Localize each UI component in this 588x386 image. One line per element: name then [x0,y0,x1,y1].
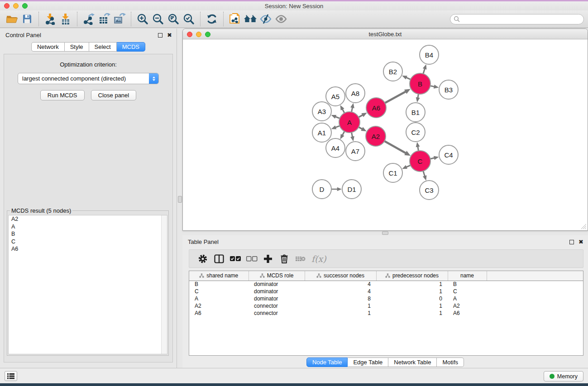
table-cell[interactable]: A2 [189,302,249,310]
graph-node-B1[interactable]: B1 [406,103,425,122]
graph-node-A7[interactable]: A7 [346,142,365,161]
column-header-successor-nodes[interactable]: successor nodes [305,271,376,281]
new-network-from-file-button[interactable] [227,12,243,26]
graph-node-A8[interactable]: A8 [346,84,365,103]
float-panel-icon[interactable] [158,33,163,38]
graph-node-B[interactable]: B [410,73,430,94]
table-cell[interactable]: dominator [249,281,305,288]
deselect-all-button[interactable] [244,251,260,267]
graph-node-A[interactable]: A [339,112,360,133]
show-graphics-details-button[interactable] [273,12,289,26]
network-close-button[interactable] [187,32,192,37]
table-cell[interactable]: 1 [305,310,376,317]
export-table-button[interactable] [96,12,112,26]
close-window-button[interactable] [4,3,10,9]
table-cell[interactable]: connector [249,310,305,317]
export-image-button[interactable] [112,12,127,26]
network-graph-canvas[interactable]: AA6A2BCA1A3A4A5A7A8B1B2B3B4C1C2C3C4DD1 [183,39,588,230]
column-manager-button[interactable] [211,251,227,267]
search-input[interactable] [450,14,584,24]
table-cell[interactable]: 1 [376,288,448,295]
horizontal-splitter-handle[interactable] [382,231,388,235]
mcds-result-item[interactable]: B [9,230,167,238]
table-cell[interactable]: dominator [249,295,305,302]
table-cell[interactable]: 8 [305,295,376,302]
save-session-button[interactable] [19,12,35,26]
table-cell[interactable]: dominator [249,288,305,295]
run-mcds-button[interactable]: Run MCDS [40,90,85,100]
zoom-out-button[interactable] [150,12,166,26]
table-cell[interactable]: A2 [448,302,487,310]
open-session-button[interactable] [4,12,19,26]
graph-edge-A6-B[interactable] [384,91,406,103]
close-panel-icon[interactable]: ✖ [167,33,172,38]
graph-node-D1[interactable]: D1 [342,180,361,199]
graph-node-A2[interactable]: A2 [366,126,386,146]
graph-edge-A2-C[interactable] [383,141,406,153]
graph-node-C2[interactable]: C2 [406,123,425,142]
table-cell[interactable]: A6 [189,310,249,317]
graph-node-C1[interactable]: C1 [383,163,402,182]
table-cell[interactable]: A [448,295,487,302]
table-settings-button[interactable] [195,251,211,267]
close-panel-button[interactable]: Close panel [91,90,137,100]
function-builder-button[interactable]: f(x) [311,254,326,264]
delete-table-button[interactable] [292,251,309,267]
window-resize-grip[interactable] [581,224,587,229]
graph-node-C3[interactable]: C3 [420,181,439,200]
graph-node-A6[interactable]: A6 [366,98,386,118]
close-table-panel-icon[interactable]: ✖ [578,240,583,244]
mcds-result-item[interactable]: A6 [9,245,167,253]
tab-mcds[interactable]: MCDS [117,42,145,52]
column-header-shared-name[interactable]: shared name [189,271,249,281]
delete-column-button[interactable] [276,251,292,267]
tab-motifs[interactable]: Motifs [437,357,464,367]
tab-style[interactable]: Style [65,42,89,52]
column-header-mcds-role[interactable]: MCDS role [249,271,305,281]
mcds-result-item[interactable]: A [9,223,167,231]
table-cell[interactable]: 4 [305,288,376,295]
table-row[interactable]: A2connector11A2 [189,302,583,310]
table-row[interactable]: Cdominator41C [189,288,583,295]
result-list-scrollbar[interactable] [161,215,167,354]
zoom-fit-button[interactable] [166,12,181,26]
task-history-button[interactable] [5,371,17,381]
tab-select[interactable]: Select [89,42,117,52]
table-row[interactable]: Adominator80A [189,295,583,302]
table-cell[interactable]: B [189,281,249,288]
table-cell[interactable]: 1 [376,310,448,317]
add-column-button[interactable] [260,251,276,267]
mcds-result-item[interactable]: C [9,238,167,246]
table-row[interactable]: Bdominator41B [189,281,583,288]
tab-node-table[interactable]: Node Table [306,357,348,367]
tab-network-table[interactable]: Network Table [388,357,437,367]
column-header-predecessor-nodes[interactable]: predecessor nodes [376,271,448,281]
tab-network[interactable]: Network [31,42,65,52]
graph-node-B2[interactable]: B2 [383,62,402,81]
import-network-button[interactable] [43,12,58,26]
graph-node-A5[interactable]: A5 [326,87,345,106]
zoom-window-button[interactable] [22,3,28,9]
minimize-window-button[interactable] [13,3,19,9]
mcds-result-item[interactable]: A2 [9,215,167,223]
home-button[interactable] [243,12,258,26]
hide-graphics-details-button[interactable] [258,12,273,26]
export-network-button[interactable] [81,12,96,26]
table-cell[interactable]: A [189,295,249,302]
table-cell[interactable]: 1 [376,302,448,310]
graph-node-A1[interactable]: A1 [312,123,331,142]
table-cell[interactable]: C [189,288,249,295]
graph-node-D[interactable]: D [312,180,331,199]
float-table-panel-icon[interactable] [569,240,574,244]
table-cell[interactable]: connector [249,302,305,310]
graph-node-A3[interactable]: A3 [312,102,331,121]
memory-button[interactable]: Memory [544,371,583,381]
table-cell[interactable]: C [448,288,487,295]
table-cell[interactable]: 4 [305,281,376,288]
table-row[interactable]: A6connector11A6 [189,310,583,317]
network-minimize-button[interactable] [196,32,201,37]
graph-node-B3[interactable]: B3 [439,80,458,99]
select-all-button[interactable] [227,251,244,267]
zoom-selected-button[interactable] [181,12,196,26]
zoom-in-button[interactable] [135,12,150,26]
